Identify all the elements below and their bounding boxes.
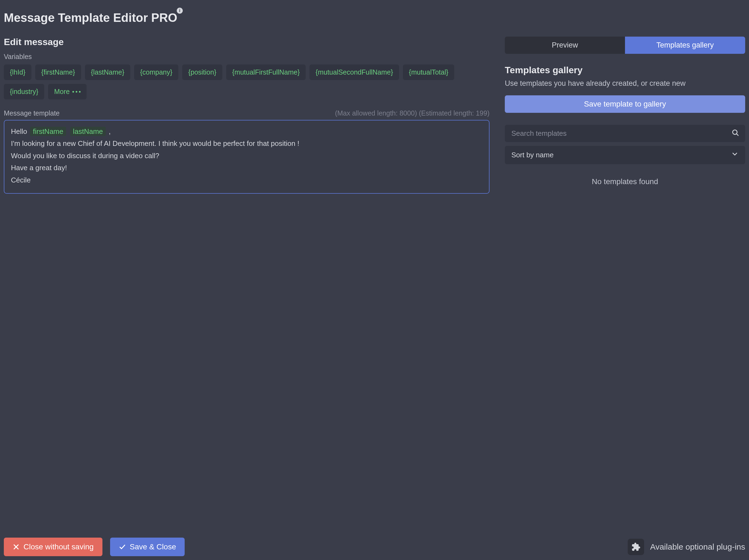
gallery-description: Use templates you have already created, … — [505, 79, 745, 88]
tab-templates-gallery[interactable]: Templates gallery — [625, 37, 745, 54]
app-title: Message Template Editor PRO i — [4, 11, 177, 25]
variable-chip-position[interactable]: {position} — [182, 64, 222, 80]
info-icon[interactable]: i — [177, 8, 183, 14]
edit-message-title: Edit message — [4, 37, 490, 47]
variable-chip-firstname[interactable]: {firstName} — [35, 64, 81, 80]
no-templates-message: No templates found — [505, 177, 745, 186]
header: Message Template Editor PRO i — [0, 0, 749, 25]
svg-line-1 — [737, 134, 739, 135]
variable-chip-company[interactable]: {company} — [134, 64, 178, 80]
sort-select[interactable]: Sort by name — [505, 146, 745, 164]
tab-preview[interactable]: Preview — [505, 37, 625, 54]
more-variables-button[interactable]: More — [48, 84, 87, 100]
puzzle-icon — [628, 539, 644, 555]
var-token-lastname: lastName — [70, 127, 106, 136]
save-close-button[interactable]: Save & Close — [110, 538, 185, 556]
tabs: Preview Templates gallery — [505, 37, 745, 54]
save-template-button[interactable]: Save template to gallery — [505, 95, 745, 113]
variables-label: Variables — [4, 53, 490, 61]
variable-chip-lhid[interactable]: {lhId} — [4, 64, 31, 80]
close-without-saving-button[interactable]: Close without saving — [4, 538, 103, 556]
gallery-title: Templates gallery — [505, 65, 745, 76]
chevron-down-icon — [731, 150, 739, 160]
footer: Close without saving Save & Close Availa… — [4, 538, 745, 556]
variables-row: {lhId} {firstName} {lastName} {company} … — [4, 64, 490, 100]
message-template-editor[interactable]: Hello firstName lastName , I'm looking f… — [4, 120, 490, 194]
check-icon — [119, 543, 126, 551]
variable-chip-lastname[interactable]: {lastName} — [85, 64, 130, 80]
editor-panel: Edit message Variables {lhId} {firstName… — [4, 37, 490, 194]
search-icon[interactable] — [731, 129, 739, 138]
message-template-label: Message template — [4, 109, 60, 117]
gallery-panel: Preview Templates gallery Templates gall… — [505, 37, 745, 194]
variable-chip-mutual-total[interactable]: {mutualTotal} — [403, 64, 454, 80]
plugins-link[interactable]: Available optional plug-ins — [628, 539, 745, 555]
length-stats: (Max allowed length: 8000) (Estimated le… — [335, 109, 490, 117]
var-token-firstname: firstName — [30, 127, 66, 136]
close-icon — [13, 543, 20, 551]
plugins-label: Available optional plug-ins — [650, 542, 745, 552]
variable-chip-mutual-first[interactable]: {mutualFirstFullName} — [226, 64, 306, 80]
variable-chip-mutual-second[interactable]: {mutualSecondFullName} — [309, 64, 399, 80]
variable-chip-industry[interactable]: {industry} — [4, 84, 44, 100]
search-templates-input[interactable] — [505, 125, 745, 142]
ellipsis-icon — [72, 91, 81, 93]
